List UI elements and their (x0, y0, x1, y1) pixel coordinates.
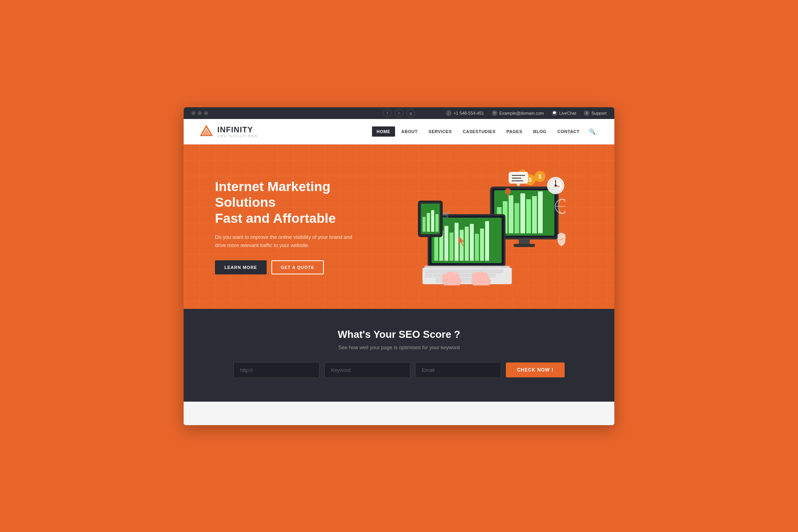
livechat-label: LiveChat (559, 111, 576, 115)
svg-rect-40 (494, 270, 503, 273)
email-info: ✉ Example@domain.com (492, 110, 544, 116)
nav-pages[interactable]: PAGES (502, 126, 527, 137)
svg-rect-16 (434, 236, 438, 261)
svg-text:🛒: 🛒 (442, 210, 451, 219)
logo-subtitle: SEO SOLUTIONS (217, 134, 258, 138)
svg-rect-19 (450, 233, 453, 261)
hero-section: Internet Marketing SolutionsFast and Aff… (184, 144, 614, 309)
svg-rect-9 (526, 199, 531, 233)
phone-icon: 📞 (446, 110, 451, 116)
svg-rect-24 (475, 234, 479, 261)
top-bar: f t g 📞 +1 548-554-451 ✉ Example@domain.… (184, 107, 614, 119)
svg-rect-31 (438, 270, 443, 273)
svg-rect-66 (427, 213, 430, 232)
top-bar-right: 📞 +1 548-554-451 ✉ Example@domain.com 💬 … (446, 110, 607, 116)
svg-rect-68 (435, 214, 439, 232)
hero-illustration: $ $ $ (399, 168, 583, 285)
svg-rect-6 (509, 195, 513, 233)
svg-point-90 (505, 188, 511, 195)
svg-rect-13 (514, 244, 535, 247)
svg-text:✓: ✓ (560, 237, 563, 242)
svg-rect-12 (519, 238, 530, 244)
seo-score-heading: What's Your SEO Score ? (199, 328, 599, 341)
logo: INFINITY SEO SOLUTIONS (199, 124, 258, 139)
svg-rect-22 (465, 227, 469, 261)
seo-score-section: What's Your SEO Score ? See how well you… (184, 309, 614, 402)
svg-rect-8 (520, 193, 525, 233)
svg-rect-39 (488, 270, 493, 273)
svg-point-62 (484, 272, 488, 281)
svg-rect-30 (431, 270, 437, 273)
svg-rect-47 (465, 274, 470, 277)
svg-rect-20 (455, 223, 459, 261)
social-icons-group: f t g (383, 109, 415, 117)
browser-window: f t g 📞 +1 548-554-451 ✉ Example@domain.… (184, 107, 614, 425)
svg-rect-67 (431, 210, 434, 232)
svg-marker-76 (516, 184, 520, 187)
seo-score-subheading: See how well your page is optimised for … (199, 344, 599, 350)
logo-icon (199, 124, 213, 139)
email-input[interactable] (415, 362, 501, 378)
marketing-illustration: $ $ $ (417, 168, 565, 285)
nav-about[interactable]: ABOUT (397, 126, 422, 137)
phone-info: 📞 +1 548-554-451 (446, 110, 484, 116)
phone-number: +1 548-554-451 (453, 111, 484, 115)
nav-home[interactable]: HOME (372, 126, 395, 137)
svg-rect-25 (480, 229, 484, 261)
logo-title: INFINITY (217, 125, 258, 134)
learn-more-button[interactable]: LEARN MORE (215, 260, 267, 274)
svg-rect-11 (538, 191, 543, 233)
googleplus-icon[interactable]: g (406, 109, 415, 117)
svg-rect-7 (515, 203, 519, 233)
keyword-input[interactable] (324, 362, 410, 378)
hero-title: Internet Marketing SolutionsFast and Aff… (215, 179, 381, 226)
support-label: Support (591, 111, 607, 115)
search-icon[interactable]: 🔍 (586, 127, 599, 136)
email-address: Example@domain.com (499, 111, 544, 115)
browser-controls (191, 111, 208, 115)
svg-text:$: $ (538, 173, 542, 180)
browser-dot-green (204, 111, 208, 115)
hero-buttons: LEARN MORE GET A QUOTE (215, 260, 381, 274)
nav-bar: INFINITY SEO SOLUTIONS HOME ABOUT SERVIC… (184, 119, 614, 144)
footer-area (184, 402, 614, 425)
svg-rect-65 (422, 217, 426, 232)
svg-rect-36 (469, 270, 475, 273)
chat-icon: 💬 (552, 110, 557, 116)
get-quote-button[interactable]: GET A QUOTE (271, 260, 324, 274)
svg-rect-18 (444, 226, 448, 261)
nav-casestudies[interactable]: CASESTUDIES (458, 126, 500, 137)
svg-rect-35 (463, 270, 468, 273)
svg-rect-51 (490, 274, 495, 277)
nav-blog[interactable]: BLOG (529, 126, 551, 137)
twitter-icon[interactable]: t (395, 109, 403, 117)
svg-point-58 (454, 272, 459, 281)
nav-links: HOME ABOUT SERVICES CASESTUDIES PAGES BL… (372, 126, 599, 137)
support-icon: ● (584, 110, 589, 116)
browser-dot-yellow (198, 111, 202, 115)
check-now-button[interactable]: CHECK NOW ! (506, 362, 565, 377)
svg-point-84 (554, 184, 557, 187)
svg-rect-26 (485, 221, 489, 261)
hero-content: Internet Marketing SolutionsFast and Aff… (215, 179, 381, 275)
url-input[interactable] (233, 362, 320, 378)
facebook-icon[interactable]: f (383, 109, 392, 117)
nav-services[interactable]: SERVICES (424, 126, 456, 137)
seo-form: CHECK NOW ! (199, 362, 599, 378)
browser-dot-red (191, 111, 195, 115)
svg-rect-23 (470, 224, 474, 261)
svg-rect-34 (457, 270, 462, 273)
svg-text:$: $ (529, 177, 532, 183)
svg-rect-10 (532, 196, 537, 233)
svg-rect-29 (425, 270, 431, 273)
support-info[interactable]: ● Support (584, 110, 607, 116)
email-icon: ✉ (492, 110, 497, 116)
svg-rect-41 (425, 274, 432, 277)
hero-description: Do you want to improve the online visibi… (215, 233, 364, 250)
nav-contact[interactable]: CONTACT (553, 126, 584, 137)
livechat-info[interactable]: 💬 LiveChat (552, 110, 576, 116)
svg-rect-42 (433, 274, 439, 277)
logo-text: INFINITY SEO SOLUTIONS (217, 125, 258, 138)
svg-rect-46 (459, 274, 464, 277)
